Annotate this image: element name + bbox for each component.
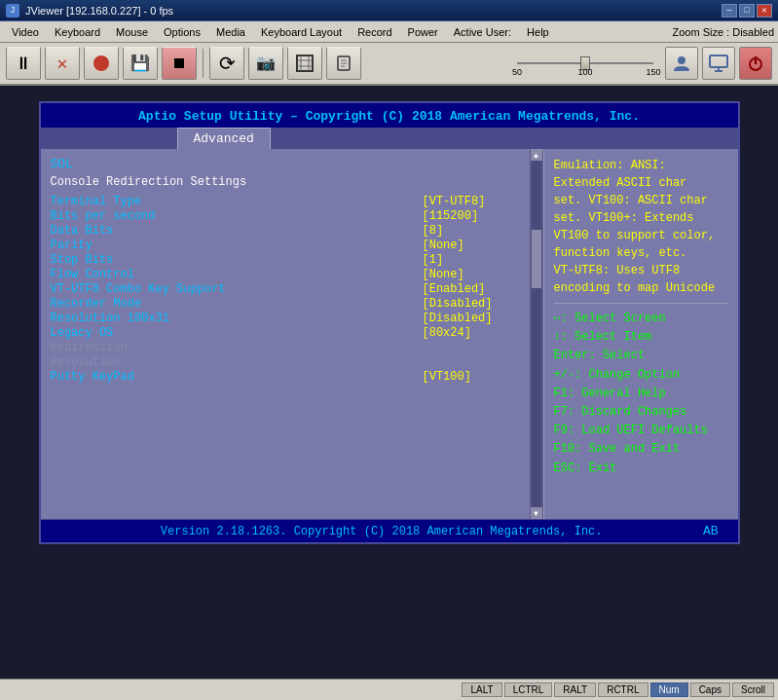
bios-row-value-4: [1] <box>423 253 520 267</box>
play-pause-btn[interactable]: ⏸ <box>6 47 41 80</box>
fullscreen-btn[interactable] <box>287 47 322 80</box>
svg-rect-0 <box>297 55 313 71</box>
menu-mouse[interactable]: Mouse <box>108 24 156 40</box>
bios-row-value-10 <box>423 341 520 354</box>
bios-row-label-5: Flow Control <box>51 268 206 281</box>
save-btn[interactable]: 💾 <box>123 47 158 80</box>
status-key-ralt: RALT <box>554 682 596 697</box>
bios-row-2[interactable]: Data Bits[8] <box>51 224 520 238</box>
bios-row-0[interactable]: Terminal Type[VT-UTF8] <box>51 195 520 208</box>
bios-row-5[interactable]: Flow Control[None] <box>51 268 520 281</box>
bios-subsection: Console Redirection Settings <box>51 175 520 189</box>
maximize-button[interactable]: □ <box>739 4 755 18</box>
bios-row-1[interactable]: Bits per second[115200] <box>51 209 520 223</box>
status-key-scroll: Scroll <box>732 682 774 697</box>
menu-options[interactable]: Options <box>156 24 208 40</box>
nav-hint-1: ↕: Select Item <box>554 328 728 347</box>
bios-row-value-3: [None] <box>423 239 520 252</box>
status-key-rctrl: RCTRL <box>598 682 648 697</box>
title-controls: ─ □ ✕ <box>722 4 772 18</box>
minimize-button[interactable]: ─ <box>722 4 737 18</box>
menu-help[interactable]: Help <box>519 24 557 40</box>
user-icon-btn[interactable] <box>665 47 698 80</box>
zoom-slider[interactable]: 50 100 150 <box>517 54 653 73</box>
bios-ab-badge: AB <box>703 524 719 538</box>
right-toolbar <box>665 47 772 80</box>
bios-rows: Terminal Type[VT-UTF8]Bits per second[11… <box>51 195 520 384</box>
settings-btn[interactable] <box>326 47 361 80</box>
scroll-thumb[interactable] <box>532 230 541 288</box>
nav-hint-8: ESC: Exit <box>554 460 728 478</box>
toolbar-separator-1 <box>203 49 204 78</box>
menu-power[interactable]: Power <box>400 24 446 40</box>
record-btn[interactable] <box>84 47 119 80</box>
bios-content: SOL Console Redirection Settings Termina… <box>41 149 738 519</box>
bios-right-panel: Emulation: ANSI:Extended ASCII charset. … <box>543 149 738 519</box>
svg-point-9 <box>678 56 685 64</box>
title-bar: J JViewer [192.168.0.227] - 0 fps ─ □ ✕ <box>0 0 778 21</box>
bios-section-title: SOL <box>51 157 520 171</box>
help-line-5: function keys, etc. <box>554 244 728 262</box>
menu-media[interactable]: Media <box>208 24 253 40</box>
stop-icon: ✕ <box>57 53 68 74</box>
help-line-2: set. VT100: ASCII char <box>554 192 728 209</box>
bios-row-label-6: VT-UTF8 Combo Key Support <box>51 282 226 296</box>
bios-row-10[interactable]: Redirection <box>51 341 520 354</box>
bios-row-label-11: Resolution <box>51 355 206 369</box>
bios-row-11[interactable]: Resolution <box>51 355 520 369</box>
zoom-mark-150: 150 <box>646 67 660 77</box>
menu-active-user[interactable]: Active User: <box>446 24 519 40</box>
bios-row-4[interactable]: Stop Bits[1] <box>51 253 520 267</box>
bios-help-text: Emulation: ANSI:Extended ASCII charset. … <box>554 157 728 297</box>
help-line-4: VT100 to support color, <box>554 227 728 244</box>
nav-hint-2: Enter: Select <box>554 347 728 365</box>
close-button[interactable]: ✕ <box>757 4 772 18</box>
status-bar: LALTLCTRLRALTRCTRLNumCapsScroll <box>0 679 778 700</box>
nav-hint-5: F7: Discard Changes <box>554 403 728 422</box>
refresh-btn[interactable]: ⟳ <box>209 47 244 80</box>
save-icon: 💾 <box>130 54 150 73</box>
status-key-num: Num <box>650 682 688 697</box>
bios-left-panel: SOL Console Redirection Settings Termina… <box>41 149 530 519</box>
menu-keyboard[interactable]: Keyboard <box>47 24 108 40</box>
power-icon: ⏹ <box>171 55 187 73</box>
scroll-down-arrow[interactable]: ▼ <box>531 507 542 519</box>
fullscreen-icon <box>295 54 315 73</box>
status-key-lctrl: LCTRL <box>504 682 553 697</box>
toolbar: ⏸ ✕ 💾 ⏹ ⟳ 📷 <box>0 43 778 86</box>
zoom-area: 50 100 150 <box>517 54 653 73</box>
bios-row-value-8: [Disabled] <box>423 312 520 325</box>
bios-row-label-8: Resolution 100x31 <box>51 312 206 325</box>
bios-row-label-12: Putty KeyPad <box>51 370 206 384</box>
menu-bar: Video Keyboard Mouse Options Media Keybo… <box>0 21 778 43</box>
menu-video[interactable]: Video <box>4 24 47 40</box>
bios-footer: Version 2.18.1263. Copyright (C) 2018 Am… <box>41 519 738 542</box>
scroll-up-arrow[interactable]: ▲ <box>531 149 542 161</box>
zoom-mark-50: 50 <box>512 67 522 77</box>
power-off-btn[interactable] <box>739 47 772 80</box>
bios-row-7[interactable]: Recorder Mode[Disabled] <box>51 297 520 311</box>
bios-row-9[interactable]: Legacy OS[80x24] <box>51 326 520 340</box>
title-text: JViewer [192.168.0.227] - 0 fps <box>25 5 173 17</box>
settings-icon <box>334 54 353 73</box>
record-icon <box>93 55 109 71</box>
bios-row-label-4: Stop Bits <box>51 253 206 267</box>
tab-advanced[interactable]: Advanced <box>177 128 271 149</box>
bios-row-value-9: [80x24] <box>423 326 520 340</box>
bios-row-label-1: Bits per second <box>51 209 206 223</box>
snapshot-btn[interactable]: 📷 <box>248 47 283 80</box>
stop-btn[interactable]: ✕ <box>45 47 80 80</box>
bios-row-8[interactable]: Resolution 100x31[Disabled] <box>51 312 520 325</box>
bios-separator-1 <box>554 303 728 304</box>
bios-row-value-7: [Disabled] <box>423 297 520 311</box>
menu-record[interactable]: Record <box>350 24 399 40</box>
monitor-btn[interactable] <box>702 47 735 80</box>
bios-scrollbar[interactable]: ▲ ▼ <box>530 149 543 519</box>
menu-keyboard-layout[interactable]: Keyboard Layout <box>253 24 350 40</box>
power-btn[interactable]: ⏹ <box>162 47 197 80</box>
play-pause-icon: ⏸ <box>15 54 32 74</box>
bios-row-12[interactable]: Putty KeyPad[VT100] <box>51 370 520 384</box>
scroll-track <box>532 161 541 507</box>
bios-row-6[interactable]: VT-UTF8 Combo Key Support[Enabled] <box>51 282 520 296</box>
bios-row-3[interactable]: Parity[None] <box>51 239 520 252</box>
